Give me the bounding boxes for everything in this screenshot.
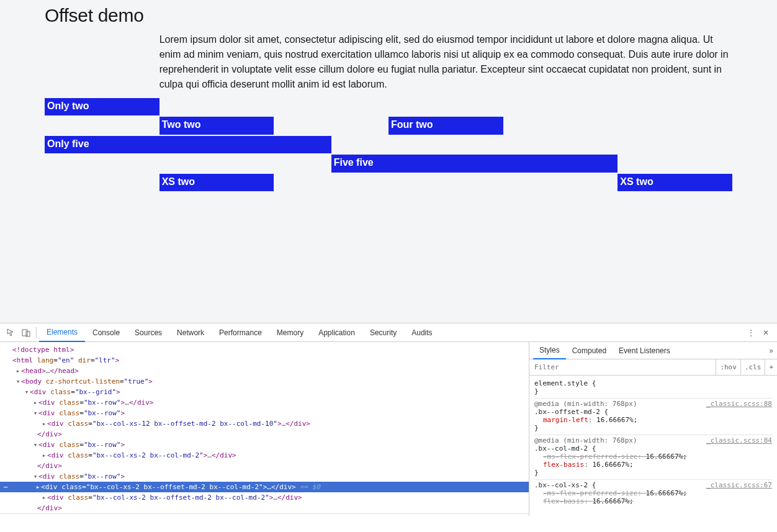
cell-xs-two-b: XS two (618, 174, 732, 191)
tab-styles[interactable]: Styles (533, 342, 566, 359)
rule-offset-md-2[interactable]: _classic.scss:88 @media (min-width: 768p… (534, 399, 772, 435)
dom-selected-node[interactable]: ⋯▸<div class="bx--col-xs-2 bx--offset-md… (0, 482, 529, 492)
rule-source-link[interactable]: _classic.scss:84 (706, 436, 772, 444)
tab-performance[interactable]: Performance (212, 323, 269, 342)
lorem-text: Lorem ipsum dolor sit amet, consectetur … (159, 32, 732, 97)
kebab-icon[interactable]: ⋮ (743, 328, 758, 337)
rule-col-md-2[interactable]: _classic.scss:84 @media (min-width: 768p… (534, 435, 772, 480)
tab-memory[interactable]: Memory (269, 323, 311, 342)
cell-four-two: Four two (388, 117, 503, 134)
tab-application[interactable]: Application (311, 323, 362, 342)
more-tabs-icon[interactable]: » (769, 346, 773, 355)
cell-xs-two-a: XS two (159, 174, 274, 191)
rule-element-style[interactable]: element.style { } (534, 378, 772, 399)
devtools-tabs: Elements Console Sources Network Perform… (0, 323, 777, 342)
tab-elements[interactable]: Elements (39, 323, 85, 342)
cls-toggle[interactable]: .cls (740, 359, 765, 376)
tab-audits[interactable]: Audits (404, 323, 439, 342)
tab-security[interactable]: Security (362, 323, 404, 342)
tab-console[interactable]: Console (85, 323, 127, 342)
styles-filter-input[interactable] (529, 363, 716, 371)
rule-source-link[interactable]: _classic.scss:88 (706, 400, 772, 408)
page-canvas: Offset demo Lorem ipsum dolor sit amet, … (0, 0, 777, 323)
breadcrumb: html body div.bx--grid div.bx--row div.b… (0, 513, 529, 516)
tab-event-listeners[interactable]: Event Listeners (613, 342, 676, 359)
page-title: Offset demo (45, 5, 777, 26)
close-icon[interactable]: ✕ (758, 328, 773, 337)
grid: Lorem ipsum dolor sit amet, consectetur … (0, 32, 777, 191)
svg-rect-0 (22, 330, 27, 336)
cell-only-two: Only two (45, 98, 159, 115)
divider (36, 327, 37, 338)
hov-toggle[interactable]: :hov (716, 359, 740, 376)
dom-doctype[interactable]: <!doctype html> (12, 346, 74, 354)
device-icon[interactable] (19, 328, 34, 337)
tab-computed[interactable]: Computed (566, 342, 613, 359)
styles-panel: Styles Computed Event Listeners » :hov .… (529, 342, 777, 516)
add-rule-button[interactable]: + (765, 359, 777, 376)
tab-network[interactable]: Network (169, 323, 212, 342)
rule-col-xs-2[interactable]: _classic.scss:67 .bx--col-xs-2 { -ms-fle… (534, 480, 772, 508)
tab-sources[interactable]: Sources (127, 323, 169, 342)
cell-two-two: Two two (159, 117, 274, 134)
dom-panel[interactable]: <!doctype html> <html lang="en" dir="ltr… (0, 342, 529, 516)
cell-five-five: Five five (331, 155, 618, 172)
devtools: Elements Console Sources Network Perform… (0, 323, 777, 516)
inspect-icon[interactable] (4, 328, 19, 337)
cell-only-five: Only five (45, 136, 331, 153)
rule-source-link[interactable]: _classic.scss:67 (706, 481, 772, 489)
